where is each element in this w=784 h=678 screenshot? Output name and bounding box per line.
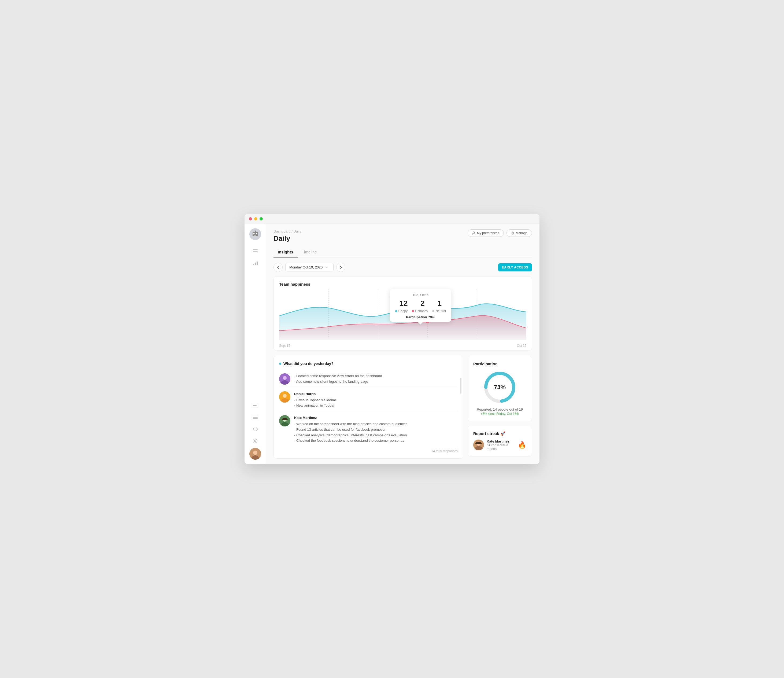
tooltip-participation: Participation 79% <box>395 315 446 319</box>
tooltip-unhappy-label: Unhappy <box>412 309 428 313</box>
participation-card: Participation 73% <box>468 356 532 421</box>
activity-line-3: - Checked analytics (demographics, inter… <box>294 433 408 438</box>
streak-count: 57 consecutive reports <box>487 443 515 451</box>
activity-line-2: - New animation in Topbar <box>294 403 336 408</box>
manage-label: Manage <box>516 231 527 235</box>
preferences-label: My preferences <box>477 231 499 235</box>
prev-date-button[interactable] <box>274 263 283 272</box>
sidebar-logo-avatar[interactable] <box>249 228 261 240</box>
close-dot[interactable] <box>249 217 252 220</box>
svg-rect-18 <box>253 418 258 419</box>
tooltip: Tue, Oct 6 12 2 1 Happy <box>390 289 451 322</box>
svg-point-6 <box>255 231 255 231</box>
app-window: Dashboard / Daily Daily My preferences M… <box>244 214 540 464</box>
page-title: Daily <box>274 234 301 243</box>
participation-title: Participation <box>473 362 526 366</box>
activity-name: Daniel Harris <box>294 391 336 397</box>
donut-container: 73% <box>473 370 526 405</box>
tabs-bar: Insights Timeline <box>274 247 532 257</box>
sidebar-menu-icon[interactable] <box>250 246 260 256</box>
date-selector[interactable]: Monday Oct 19, 2020 <box>285 263 334 271</box>
streak-card: Report streak 🚀 <box>468 426 532 457</box>
streak-info: Kate Martinez 57 consecutive reports <box>487 439 515 451</box>
sidebar-align-icon[interactable] <box>250 413 260 422</box>
user-avatar[interactable] <box>249 448 261 460</box>
svg-point-2 <box>253 233 254 234</box>
avatar <box>279 373 290 385</box>
streak-avatar <box>473 440 484 450</box>
svg-rect-9 <box>253 252 258 253</box>
manage-button[interactable]: Manage <box>507 229 532 237</box>
svg-point-32 <box>283 394 287 398</box>
scrollbar[interactable] <box>460 378 462 394</box>
activity-text: Daniel Harris - Fixes in Topbar & Sideba… <box>294 391 336 408</box>
svg-rect-16 <box>253 416 258 416</box>
tooltip-date: Tue, Oct 6 <box>395 293 446 297</box>
sidebar <box>244 224 266 464</box>
main-content: Dashboard / Daily Daily My preferences M… <box>266 224 540 464</box>
participation-change: +5% since Friday, Oct 16th <box>473 412 526 416</box>
participation-reported: Reported: 14 people out of 19 <box>473 407 526 411</box>
donut-chart: 73% <box>482 370 517 405</box>
activity-line-1: - Fixes in Topbar & Sidebar <box>294 397 336 403</box>
list-item: - Located some responsive view errors on… <box>279 370 458 388</box>
list-item: Daniel Harris - Fixes in Topbar & Sideba… <box>279 388 458 412</box>
tooltip-arrow <box>418 322 423 324</box>
breadcrumb: Dashboard / Daily <box>274 229 301 233</box>
donut-label: 73% <box>494 384 506 391</box>
sidebar-settings-icon[interactable] <box>250 436 260 446</box>
activity-text: Kate Martinez - Worked on the spreadshee… <box>294 415 408 444</box>
sidebar-code-icon[interactable] <box>250 424 260 434</box>
bottom-row: What did you do yesterday? - Located som… <box>274 356 532 458</box>
activity-title: What did you do yesterday? <box>279 362 458 366</box>
chart-dates: Sept 15 Oct 15 <box>279 344 526 348</box>
svg-rect-4 <box>254 235 256 235</box>
svg-rect-17 <box>253 417 258 418</box>
chart-title: Team happiness <box>279 282 526 287</box>
svg-rect-14 <box>253 405 257 406</box>
sidebar-chart-icon[interactable] <box>250 258 260 268</box>
tooltip-happy-count: 12 <box>399 299 408 308</box>
activity-line-1: - Worked on the spreadsheet with the blo… <box>294 421 408 427</box>
svg-rect-12 <box>257 262 258 265</box>
selected-date-label: Monday Oct 19, 2020 <box>289 265 322 269</box>
activity-line-2: - Add some new client logos to the landi… <box>294 379 382 385</box>
titlebar <box>244 214 540 224</box>
right-column: Participation 73% <box>468 356 532 458</box>
tab-timeline[interactable]: Timeline <box>298 247 321 257</box>
svg-rect-11 <box>255 263 256 265</box>
early-access-button[interactable]: EARLY ACCESS <box>498 263 532 271</box>
sidebar-list-icon[interactable] <box>250 401 260 410</box>
tooltip-unhappy-count: 2 <box>420 299 425 308</box>
activity-card: What did you do yesterday? - Located som… <box>274 356 463 458</box>
activity-footer: 14 total responses <box>279 447 458 453</box>
svg-point-3 <box>256 233 257 234</box>
avatar <box>279 391 290 402</box>
list-item: Kate Martinez - Worked on the spreadshee… <box>279 412 458 447</box>
date-navigation: Monday Oct 19, 2020 EARLY ACCESS <box>274 263 532 272</box>
chart-date-start: Sept 15 <box>279 344 290 348</box>
tab-insights[interactable]: Insights <box>274 247 298 257</box>
activity-line-1: - Located some responsive view errors on… <box>294 373 382 379</box>
preferences-button[interactable]: My preferences <box>468 229 504 237</box>
streak-item: Kate Martinez 57 consecutive reports 🔥 <box>473 439 526 451</box>
activity-line-4: - Checked the feedback sessions to under… <box>294 438 408 444</box>
svg-rect-7 <box>253 249 258 250</box>
avatar <box>279 415 290 426</box>
svg-rect-15 <box>253 407 258 407</box>
svg-point-23 <box>512 232 513 234</box>
svg-rect-1 <box>253 232 258 236</box>
svg-point-19 <box>254 440 256 442</box>
minimize-dot[interactable] <box>254 217 257 220</box>
activity-line-2: - Found 13 articles that can be used for… <box>294 427 408 433</box>
next-date-button[interactable] <box>336 263 345 272</box>
chart-area[interactable]: Tue, Oct 6 12 2 1 Happy <box>279 289 526 343</box>
activity-text: - Located some responsive view errors on… <box>294 373 382 385</box>
team-happiness-card: Team happiness Tue, Oct 6 12 2 1 <box>274 276 532 351</box>
svg-rect-13 <box>253 404 258 404</box>
svg-point-21 <box>253 450 257 455</box>
svg-rect-8 <box>253 251 258 252</box>
activity-name: Kate Martinez <box>294 415 408 421</box>
svg-point-30 <box>283 376 287 380</box>
maximize-dot[interactable] <box>260 217 263 220</box>
